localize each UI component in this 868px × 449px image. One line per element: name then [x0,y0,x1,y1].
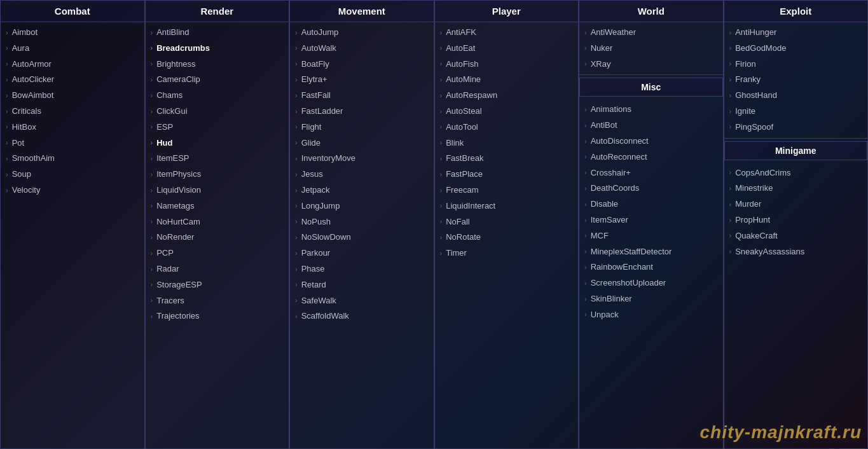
world-item-itemsaver[interactable]: ›ItemSaver [579,212,723,228]
exploit-item-copsandcrims[interactable]: ›CopsAndCrims [724,165,868,181]
player-item-autotool[interactable]: ›AutoTool [435,120,579,135]
exploit-item-minestrike[interactable]: ›Minestrike [724,181,868,197]
movement-item-glide[interactable]: ›Glide [290,135,434,151]
player-item-fastplace[interactable]: ›FastPlace [435,167,579,183]
movement-item-fastladder[interactable]: ›FastLadder [290,104,434,120]
movement-item-jetpack[interactable]: ›Jetpack [290,183,434,198]
combat-item-aimbot[interactable]: ›Aimbot [1,25,144,41]
world-item-animations[interactable]: ›Animations [579,102,723,118]
world-item-antiweather[interactable]: ›AntiWeather [579,25,723,41]
player-item-liquidinteract[interactable]: ›LiquidInteract [435,198,579,214]
world-item-autodisconnect[interactable]: ›AutoDisconnect [579,134,723,149]
render-item-breadcrumbs[interactable]: ›Breadcrumbs [146,41,289,57]
render-item-trajectories[interactable]: ›Trajectories [146,308,289,324]
render-item-tracers[interactable]: ›Tracers [146,293,289,309]
render-item-itemesp[interactable]: ›ItemESP [146,151,289,167]
combat-item-velocity[interactable]: ›Velocity [1,183,144,198]
movement-item-parkour[interactable]: ›Parkour [290,245,434,261]
world-item-nuker[interactable]: ›Nuker [579,41,723,57]
world-item-mineplexstaffdetector[interactable]: ›MineplexStaffDetector [579,244,723,260]
render-item-nametags[interactable]: ›Nametags [146,198,289,214]
player-item-autorespawn[interactable]: ›AutoRespawn [435,88,579,104]
world-item-skinblinker[interactable]: ›SkinBlinker [579,291,723,307]
exploit-item-bedgodmode[interactable]: ›BedGodMode [724,41,868,57]
movement-item-safewalk[interactable]: ›SafeWalk [290,293,434,309]
render-item-itemphysics[interactable]: ›ItemPhysics [146,167,289,183]
combat-item-autoarmor[interactable]: ›AutoArmor [1,57,144,73]
movement-item-nopush[interactable]: ›NoPush [290,214,434,230]
movement-item-scaffoldwalk[interactable]: ›ScaffoldWalk [290,308,434,324]
combat-item-pot[interactable]: ›Pot [1,135,144,151]
player-item-nofall[interactable]: ›NoFall [435,214,579,230]
item-label: ClickGui [156,105,187,118]
render-item-pcp[interactable]: ›PCP [146,245,289,261]
exploit-item-pingspoof[interactable]: ›PingSpoof [724,120,868,135]
exploit-item-quakecraft[interactable]: ›QuakeCraft [724,228,868,244]
world-item-mcf[interactable]: ›MCF [579,228,723,244]
movement-item-noslowdown[interactable]: ›NoSlowDown [290,230,434,245]
render-item-antiblind[interactable]: ›AntiBlind [146,25,289,41]
exploit-item-antihunger[interactable]: ›AntiHunger [724,25,868,41]
player-item-automine[interactable]: ›AutoMine [435,72,579,88]
render-item-hud[interactable]: ›Hud [146,135,289,151]
movement-item-autojump[interactable]: ›AutoJump [290,25,434,41]
world-item-deathcoords[interactable]: ›DeathCoords [579,181,723,197]
player-item-autofish[interactable]: ›AutoFish [435,57,579,73]
movement-item-jesus[interactable]: ›Jesus [290,167,434,183]
movement-item-elytra-[interactable]: ›Elytra+ [290,72,434,88]
movement-item-longjump[interactable]: ›LongJump [290,198,434,214]
render-item-esp[interactable]: ›ESP [146,120,289,135]
player-item-autosteal[interactable]: ›AutoSteal [435,104,579,120]
chevron-icon: › [295,185,298,197]
item-label: FastFall [301,89,331,102]
player-item-timer[interactable]: ›Timer [435,245,579,261]
world-item-crosshair-[interactable]: ›Crosshair+ [579,165,723,181]
player-item-autoeat[interactable]: ›AutoEat [435,41,579,57]
exploit-item-prophunt[interactable]: ›PropHunt [724,212,868,228]
combat-item-autoclicker[interactable]: ›AutoClicker [1,72,144,88]
combat-item-soup[interactable]: ›Soup [1,167,144,183]
exploit-item-franky[interactable]: ›Franky [724,72,868,88]
world-item-disable[interactable]: ›Disable [579,197,723,212]
player-item-fastbreak[interactable]: ›FastBreak [435,151,579,167]
world-item-xray[interactable]: ›XRay [579,57,723,73]
render-item-radar[interactable]: ›Radar [146,261,289,277]
combat-item-criticals[interactable]: ›Criticals [1,104,144,120]
player-item-blink[interactable]: ›Blink [435,135,579,151]
chevron-icon: › [6,74,8,86]
chevron-icon: › [295,216,298,228]
world-item-unpack[interactable]: ›Unpack [579,307,723,323]
render-item-norender[interactable]: ›NoRender [146,230,289,245]
player-item-antiafk[interactable]: ›AntiAFK [435,25,579,41]
world-item-screenshotuploader[interactable]: ›ScreenshotUploader [579,275,723,291]
render-item-brightness[interactable]: ›Brightness [146,57,289,73]
world-item-autoreconnect[interactable]: ›AutoReconnect [579,149,723,165]
movement-item-fastfall[interactable]: ›FastFall [290,88,434,104]
player-item-norotate[interactable]: ›NoRotate [435,230,579,245]
render-item-cameraclip[interactable]: ›CameraClip [146,72,289,88]
combat-item-hitbox[interactable]: ›HitBox [1,120,144,135]
render-item-clickgui[interactable]: ›ClickGui [146,104,289,120]
exploit-item-ignite[interactable]: ›Ignite [724,104,868,120]
world-item-rainbowenchant[interactable]: ›RainbowEnchant [579,259,723,275]
render-item-nohurtcam[interactable]: ›NoHurtCam [146,214,289,230]
movement-item-phase[interactable]: ›Phase [290,261,434,277]
movement-item-inventorymove[interactable]: ›InventoryMove [290,151,434,167]
player-header: Player [435,1,579,22]
movement-item-flight[interactable]: ›Flight [290,120,434,135]
exploit-item-murder[interactable]: ›Murder [724,197,868,212]
combat-item-bowaimbot[interactable]: ›BowAimbot [1,88,144,104]
movement-item-boatfly[interactable]: ›BoatFly [290,57,434,73]
render-item-liquidvision[interactable]: ›LiquidVision [146,183,289,198]
movement-item-retard[interactable]: ›Retard [290,277,434,293]
player-item-freecam[interactable]: ›Freecam [435,183,579,198]
world-item-antibot[interactable]: ›AntiBot [579,118,723,134]
combat-item-smoothaim[interactable]: ›SmoothAim [1,151,144,167]
render-item-chams[interactable]: ›Chams [146,88,289,104]
movement-item-autowalk[interactable]: ›AutoWalk [290,41,434,57]
exploit-item-sneakyassassians[interactable]: ›SneakyAssassians [724,244,868,260]
exploit-item-firion[interactable]: ›Firion [724,57,868,73]
render-item-storageesp[interactable]: ›StorageESP [146,277,289,293]
combat-item-aura[interactable]: ›Aura [1,41,144,57]
exploit-item-ghosthand[interactable]: ›GhostHand [724,88,868,104]
